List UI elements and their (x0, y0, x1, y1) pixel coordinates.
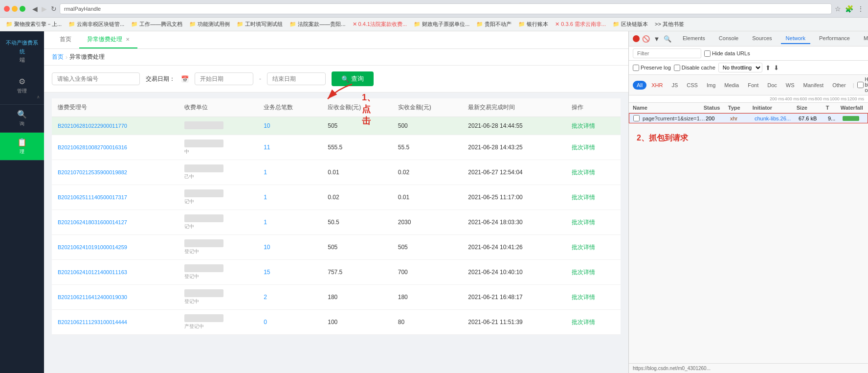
menu-icon[interactable]: ⋮ (857, 5, 864, 13)
window-controls[interactable] (4, 6, 25, 12)
blocked-cookies-checkbox[interactable] (857, 82, 864, 88)
tab-close-icon[interactable]: ✕ (126, 37, 130, 42)
devtools-tab-performance[interactable]: Performance (814, 33, 855, 44)
tab-exception-payment[interactable]: 异常缴费处理 ✕ (79, 31, 137, 48)
table-row[interactable]: B2021062810082700016316 中 11 555.5 55.5 … (52, 135, 621, 160)
net-col-time[interactable]: T (826, 105, 841, 111)
net-col-initiator[interactable]: Initiator (753, 105, 797, 111)
bookmark-item[interactable]: 📁 工作——腾讯文档 (129, 20, 184, 29)
refresh-icon[interactable]: ↻ (51, 5, 57, 13)
bookmark-item[interactable]: 📁 贵阳不动产 (474, 20, 513, 29)
type-js[interactable]: JS (668, 81, 682, 90)
net-row-checkbox[interactable] (633, 115, 640, 121)
cell-action[interactable]: 批次详情 (566, 117, 621, 135)
type-ws[interactable]: WS (782, 81, 799, 90)
devtools-tab-network[interactable]: Network (781, 33, 810, 44)
bookmark-item[interactable]: 📁 功能测试用例 (187, 20, 232, 29)
cell-action[interactable]: 批次详情 (566, 285, 621, 310)
devtools-tab-sources[interactable]: Sources (747, 33, 777, 44)
bookmark-item[interactable]: ✕ 0.4.1法院案款收费... (351, 20, 409, 29)
table-row[interactable]: B2021062511140500017317 记中 1 0.02 0.01 2… (52, 185, 621, 210)
bookmark-star-icon[interactable]: ☆ (835, 5, 841, 13)
disable-cache-checkbox[interactable] (674, 65, 680, 71)
search-button[interactable]: 🔍 查询 (332, 71, 374, 86)
breadcrumb-home[interactable]: 首页 (52, 53, 64, 61)
type-img[interactable]: Img (703, 81, 719, 90)
bookmark-more[interactable]: >> 其他书签 (653, 20, 686, 29)
business-number-input[interactable] (52, 72, 140, 85)
net-col-type[interactable]: Type (728, 105, 753, 111)
type-css[interactable]: CSS (683, 81, 702, 90)
maximize-btn[interactable] (20, 6, 25, 12)
type-font[interactable]: Font (744, 81, 762, 90)
bookmark-item[interactable]: 📁 聚物搜索引擎－上... (4, 20, 64, 29)
record-button[interactable] (633, 35, 640, 42)
bookmark-item[interactable]: 📁 法院案款——贵阳... (288, 20, 347, 29)
bookmark-item[interactable]: ✕ 0.3.6 需求云南非... (553, 20, 608, 29)
type-all[interactable]: All (633, 81, 646, 90)
network-filter-input[interactable] (633, 48, 701, 58)
blocked-cookies-check[interactable]: Has blocked cookies (857, 77, 868, 93)
type-xhr[interactable]: XHR (647, 81, 667, 90)
cell-action[interactable]: 批次详情 (566, 185, 621, 210)
preserve-log-checkbox[interactable] (633, 65, 639, 71)
type-other[interactable]: Other (828, 81, 850, 90)
download-icon[interactable]: ⬇ (774, 64, 779, 71)
col-receivable: 应收金额(元) (322, 98, 392, 117)
extension-icon[interactable]: 🧩 (845, 5, 853, 13)
net-col-name[interactable]: Name (633, 105, 704, 111)
cell-action[interactable]: 批次详情 (566, 235, 621, 260)
devtools-status-bar: https://blog.csdn.net/m0_4301260... (629, 363, 868, 373)
clear-icon[interactable]: 🚫 (642, 34, 650, 43)
table-row[interactable]: B2021062418031600014127 记中 1 50.5 2030 2… (52, 210, 621, 235)
bookmark-item[interactable]: 📁 财政电子票据单位... (412, 20, 471, 29)
search-bar: 交易日期： 📅 - 🔍 查询 (44, 66, 628, 93)
cell-action[interactable]: 批次详情 (566, 160, 621, 185)
sidebar-item-process[interactable]: 📋 理 (0, 133, 44, 161)
cell-action[interactable]: 批次详情 (566, 310, 621, 335)
disable-cache-check[interactable]: Disable cache (674, 65, 715, 71)
hide-data-urls-check[interactable]: Hide data URLs (704, 50, 750, 57)
throttle-select[interactable]: No throttling (718, 63, 762, 72)
back-icon[interactable]: ◀ (32, 5, 38, 13)
close-btn[interactable] (4, 6, 10, 12)
data-table: 缴费受理号 收费单位 业务总笔数 应收金额(元) 实收金额(元) 最新交易完成时… (52, 98, 621, 335)
devtools-tab-memory[interactable]: Memory (859, 33, 868, 44)
type-media[interactable]: Media (720, 81, 743, 90)
filter-toggle-icon[interactable]: ▼ (652, 34, 661, 43)
url-bar[interactable]: rmalPayHandle (60, 3, 832, 14)
net-col-size[interactable]: Size (797, 105, 826, 111)
minimize-btn[interactable] (12, 6, 18, 12)
net-col-status[interactable]: Status (704, 105, 728, 111)
net-col-waterfall[interactable]: Waterfall (841, 105, 864, 111)
table-row[interactable]: B2021062116412400019030 登记中 2 180 180 20… (52, 285, 621, 310)
bookmark-item[interactable]: 📁 工时填写测试组 (235, 20, 285, 29)
preserve-log-check[interactable]: Preserve log (633, 65, 671, 71)
table-row[interactable]: B2021062410191000014259 登记中 10 505 505 2… (52, 235, 621, 260)
table-row[interactable]: B2021062410121400011163 登记中 15 757.5 700… (52, 260, 621, 285)
type-doc[interactable]: Doc (763, 81, 781, 90)
search-toggle-icon[interactable]: 🔍 (663, 34, 672, 43)
table-row[interactable]: B2021062111293100014444 产登记中 0 100 80 20… (52, 310, 621, 335)
table-row[interactable]: B2021070212535900019882 己中 1 0.01 0.02 2… (52, 160, 621, 185)
bookmark-item[interactable]: 📁 银行账本 (516, 20, 550, 29)
cell-action[interactable]: 批次详情 (566, 260, 621, 285)
bookmark-item[interactable]: 📁 云南非税区块链管... (67, 20, 126, 29)
tab-home[interactable]: 首页 (52, 31, 79, 48)
type-manifest[interactable]: Manifest (800, 81, 828, 90)
sidebar-item-query[interactable]: 🔍 询 (0, 105, 44, 133)
cell-action[interactable]: 批次详情 (566, 135, 621, 160)
table-row[interactable]: B2021062810222900011770 10 505 500 2021-… (52, 117, 621, 135)
cell-action[interactable]: 批次详情 (566, 210, 621, 235)
end-date-input[interactable] (267, 72, 326, 85)
sidebar-item-manage[interactable]: ⚙ 管理 ∧ (0, 72, 44, 105)
cell-receivable: 555.5 (322, 135, 392, 160)
hide-data-urls-checkbox[interactable] (704, 50, 711, 57)
net-request-row[interactable]: page?current=1&size=10&b... 200 xhr chun… (629, 113, 868, 123)
start-date-input[interactable] (195, 72, 253, 85)
devtools-tab-console[interactable]: Console (714, 33, 743, 44)
upload-icon[interactable]: ⬆ (765, 64, 771, 71)
forward-icon[interactable]: ▶ (42, 5, 47, 13)
bookmark-item[interactable]: 📁 区块链版本 (611, 20, 650, 29)
devtools-tab-elements[interactable]: Elements (678, 33, 710, 44)
